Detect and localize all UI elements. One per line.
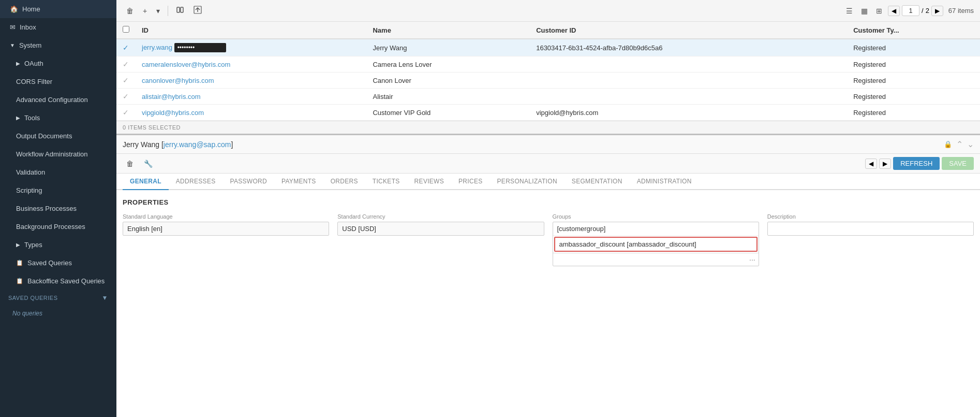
column-view-button[interactable]: ▦ bbox=[858, 5, 870, 17]
collapse-icon[interactable]: ⌃ bbox=[956, 139, 963, 149]
sidebar-item-types[interactable]: ▶ Types bbox=[0, 236, 116, 254]
add-dropdown-button[interactable]: ▾ bbox=[153, 5, 164, 17]
tab-segmentation[interactable]: SEGMENTATION bbox=[565, 174, 630, 190]
properties-title: PROPERTIES bbox=[123, 198, 974, 206]
check-icon: ✓ bbox=[123, 108, 129, 117]
sidebar-item-scripting[interactable]: Scripting bbox=[0, 181, 116, 199]
row-customer-type-cell: Registered bbox=[847, 73, 980, 89]
sidebar-item-backoffice-saved-queries[interactable]: 📋 Backoffice Saved Queries bbox=[0, 272, 116, 290]
tab-prices[interactable]: PRICES bbox=[451, 174, 489, 190]
sidebar-scroll: 🏠 Home ✉ Inbox ▼ System ▶ OAuth CORS Fil… bbox=[0, 0, 116, 417]
tab-reviews[interactable]: REVIEWS bbox=[407, 174, 451, 190]
select-all-header[interactable] bbox=[116, 22, 136, 39]
row-id-cell[interactable]: canonlover@hybris.com bbox=[136, 73, 366, 89]
id-masked-input[interactable] bbox=[174, 43, 226, 52]
groups-item-ambassador[interactable]: ambassador_discount [ambassador_discount… bbox=[554, 237, 758, 252]
toolbar-separator-1 bbox=[168, 6, 168, 16]
page-number-input[interactable] bbox=[902, 5, 919, 16]
sidebar-item-system[interactable]: ▼ System bbox=[0, 36, 116, 54]
sidebar-item-inbox[interactable]: ✉ Inbox bbox=[0, 18, 116, 36]
filter-icon[interactable]: ▼ bbox=[102, 294, 108, 301]
saved-queries-section: SAVED QUERIES ▼ bbox=[0, 290, 116, 306]
description-label: Description bbox=[767, 213, 974, 220]
sidebar-item-label: Scripting bbox=[16, 186, 42, 194]
table-row: ✓alistair@hybris.comAlistairRegistered bbox=[116, 89, 980, 105]
tab-tickets[interactable]: TICKETS bbox=[365, 174, 407, 190]
row-name-cell: Customer VIP Gold bbox=[366, 105, 530, 121]
list-view-button[interactable]: ☰ bbox=[843, 5, 855, 17]
prev-page-button[interactable]: ◀ bbox=[888, 6, 900, 16]
add-button[interactable]: + bbox=[139, 5, 151, 17]
delete-button[interactable]: 🗑 bbox=[123, 5, 137, 17]
row-id-cell[interactable]: vipgiold@hybris.com bbox=[136, 105, 366, 121]
home-icon: 🏠 bbox=[10, 5, 18, 13]
tab-orders[interactable]: ORDERS bbox=[323, 174, 365, 190]
sidebar-item-advanced-config[interactable]: Advanced Configuration bbox=[0, 91, 116, 109]
tab-password[interactable]: PASSWORD bbox=[223, 174, 275, 190]
sidebar-item-label: Background Processes bbox=[16, 223, 85, 231]
table-row: ✓jerry.wang Jerry Wang16303417-6b31-4524… bbox=[116, 39, 980, 56]
arrow-right-icon: ▶ bbox=[16, 115, 20, 121]
save-button[interactable]: SAVE bbox=[942, 157, 974, 170]
tab-addresses[interactable]: ADDRESSES bbox=[169, 174, 223, 190]
detail-title-link[interactable]: jerry.wang@sap.com bbox=[164, 140, 231, 149]
table-row: ✓vipgiold@hybris.comCustomer VIP Goldvip… bbox=[116, 105, 980, 121]
detail-wrench-button[interactable]: 🔧 bbox=[140, 157, 156, 170]
row-id-cell[interactable]: jerry.wang bbox=[136, 39, 366, 56]
row-checkbox-cell[interactable]: ✓ bbox=[116, 56, 136, 73]
sidebar-item-tools[interactable]: ▶ Tools bbox=[0, 109, 116, 127]
row-checkbox-cell[interactable]: ✓ bbox=[116, 73, 136, 89]
row-name-cell: Alistair bbox=[366, 89, 530, 105]
tab-administration[interactable]: ADMINISTRATION bbox=[630, 174, 699, 190]
page-navigation: ◀ / 2 ▶ bbox=[888, 5, 943, 16]
description-input[interactable] bbox=[767, 222, 974, 236]
standard-language-field: Standard Language bbox=[123, 213, 329, 266]
col-header-name: Name bbox=[366, 22, 530, 39]
sidebar-item-saved-queries[interactable]: 📋 Saved Queries bbox=[0, 254, 116, 272]
sidebar-item-home[interactable]: 🏠 Home bbox=[0, 0, 116, 18]
tab-payments[interactable]: PAYMENTS bbox=[274, 174, 323, 190]
tab-general[interactable]: GENERAL bbox=[123, 174, 169, 190]
tab-personalization[interactable]: PERSONALIZATION bbox=[490, 174, 565, 190]
check-icon: ✓ bbox=[123, 60, 129, 68]
row-checkbox-cell[interactable]: ✓ bbox=[116, 89, 136, 105]
sidebar-item-oauth[interactable]: ▶ OAuth bbox=[0, 54, 116, 73]
page-separator: / bbox=[922, 7, 924, 15]
row-checkbox-cell[interactable]: ✓ bbox=[116, 105, 136, 121]
export-button[interactable] bbox=[190, 4, 205, 18]
table-row: ✓cameralenslover@hybris.comCamera Lens L… bbox=[116, 56, 980, 73]
row-id-cell[interactable]: cameralenslover@hybris.com bbox=[136, 56, 366, 73]
sidebar-item-background-processes[interactable]: Background Processes bbox=[0, 218, 116, 236]
detail-toolbar-right: ◀ ▶ REFRESH SAVE bbox=[865, 157, 974, 170]
compare-button[interactable] bbox=[172, 4, 188, 18]
sidebar-item-label: Home bbox=[22, 5, 40, 13]
next-page-button[interactable]: ▶ bbox=[931, 6, 943, 16]
sidebar-item-cors[interactable]: CORS Filter bbox=[0, 73, 116, 91]
toolbar-right: ☰ ▦ ⊞ ◀ / 2 ▶ 67 items bbox=[843, 5, 974, 17]
select-all-checkbox[interactable] bbox=[123, 26, 129, 33]
saved-queries-icon: 📋 bbox=[16, 260, 23, 266]
sidebar-item-validation[interactable]: Validation bbox=[0, 163, 116, 181]
sidebar-item-output-docs[interactable]: Output Documents bbox=[0, 127, 116, 145]
tabs-bar: GENERALADDRESSESPASSWORDPAYMENTSORDERSTI… bbox=[116, 174, 980, 190]
sidebar-item-label: OAuth bbox=[24, 60, 43, 67]
standard-language-input[interactable] bbox=[123, 222, 329, 236]
row-customer-type-cell: Registered bbox=[847, 39, 980, 56]
grid-view-button[interactable]: ⊞ bbox=[873, 5, 885, 17]
sidebar-item-business-processes[interactable]: Business Processes bbox=[0, 199, 116, 218]
standard-currency-input[interactable] bbox=[337, 222, 544, 236]
detail-prev-button[interactable]: ◀ bbox=[865, 159, 877, 169]
row-id-cell[interactable]: alistair@hybris.com bbox=[136, 89, 366, 105]
sidebar-item-label: Saved Queries bbox=[27, 259, 72, 267]
expand-icon[interactable]: ⌄ bbox=[967, 139, 974, 149]
groups-item-customergroup[interactable]: [customergroup] bbox=[553, 222, 759, 236]
row-checkbox-cell[interactable]: ✓ bbox=[116, 39, 136, 56]
row-customer-id-cell bbox=[530, 56, 847, 73]
groups-more-button[interactable]: ··· bbox=[749, 255, 755, 264]
standard-currency-field: Standard Currency bbox=[337, 213, 544, 266]
detail-next-button[interactable]: ▶ bbox=[879, 159, 891, 169]
sidebar-item-workflow-admin[interactable]: Workflow Administration bbox=[0, 145, 116, 163]
groups-field: Groups [customergroup] ambassador_discou… bbox=[553, 213, 759, 266]
refresh-button[interactable]: REFRESH bbox=[893, 157, 940, 170]
detail-delete-button[interactable]: 🗑 bbox=[123, 157, 137, 170]
